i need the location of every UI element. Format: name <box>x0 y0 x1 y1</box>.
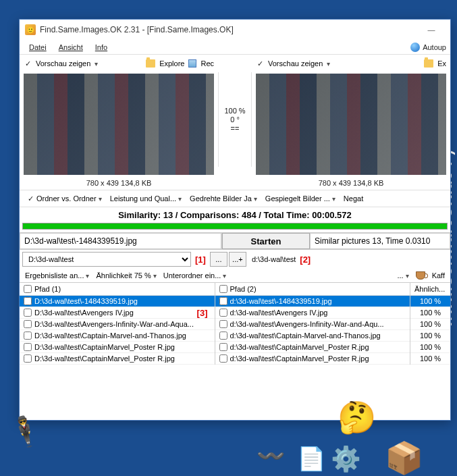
coffee-button[interactable]: Kaff <box>432 271 445 280</box>
check-icon <box>24 59 32 68</box>
path-row: Starten <box>20 232 450 250</box>
globe-icon <box>410 43 420 52</box>
menu-datei[interactable]: Datei <box>24 42 52 53</box>
col-header-path1[interactable]: Pfad (1) <box>20 283 215 296</box>
table-row[interactable]: 100 % <box>410 342 450 353</box>
folder-row: D:\3d-wal\test [1] ... ...+ d:\3d-wal\te… <box>20 250 450 269</box>
results-col-left: Pfad (1) D:\3d-wal\test\-1484339519.jpgD… <box>20 283 215 365</box>
row-checkbox[interactable] <box>24 354 32 363</box>
table-row[interactable]: 100 % <box>410 307 450 319</box>
autoupdate-label: Autoup <box>423 43 446 51</box>
results-col-right: Pfad (2) d:\3d-wal\test\-1484339519.jpgd… <box>215 283 410 365</box>
row-text: D:\3d-wal\test\CaptainMarvel_Poster R.jp… <box>34 343 175 351</box>
table-row[interactable]: d:\3d-wal\test\Avengers-Infinity-War-and… <box>215 319 410 330</box>
show-preview-toggle[interactable]: Vorschau zeigen <box>268 59 323 68</box>
table-row[interactable]: 100 % <box>410 353 450 365</box>
table-row[interactable]: D:\3d-wal\test\Avengers IV.jpg[3] <box>20 307 215 319</box>
explore-button[interactable]: Ex <box>437 59 446 68</box>
preview-image-right <box>256 74 446 175</box>
row-checkbox[interactable] <box>219 332 227 340</box>
check-icon <box>256 59 264 68</box>
recycle-button[interactable]: Rec <box>200 59 214 68</box>
menu-ansicht[interactable]: Ansicht <box>53 42 88 53</box>
menu-info[interactable]: Info <box>90 42 113 53</box>
chevron-down-icon[interactable]: ▾ <box>95 60 98 68</box>
row-text: d:\3d-wal\test\-1484339519.jpg <box>230 297 332 305</box>
row-checkbox[interactable] <box>24 343 32 351</box>
start-button[interactable]: Starten <box>222 233 310 249</box>
left-folder-select[interactable]: D:\3d-wal\test <box>22 252 191 267</box>
status-text-input[interactable] <box>310 233 450 249</box>
compare-rotation: 0 ° <box>230 115 240 124</box>
row-checkbox[interactable] <box>219 297 227 305</box>
table-row[interactable]: D:\3d-wal\test\Captain-Marvel-and-Thanos… <box>20 330 215 342</box>
compare-badge: 100 % 0 ° == <box>218 72 252 167</box>
preview-row: Vorschau zeigen ▾ Explore Rec 780 x 439 … <box>20 55 450 190</box>
row-text: 100 % <box>420 354 441 363</box>
row-text: D:\3d-wal\test\Captain-Marvel-and-Thanos… <box>34 332 186 340</box>
select-all-left[interactable] <box>24 285 32 293</box>
col-header-sim[interactable]: Ähnlich... <box>410 283 450 296</box>
row-text: 100 % <box>420 320 441 328</box>
preview-image-left <box>24 74 214 175</box>
table-row[interactable]: D:\3d-wal\test\Avengers-Infinity-War-and… <box>20 319 215 330</box>
option-performance[interactable]: Leistung und Qual...▾ <box>107 193 184 204</box>
table-row[interactable]: D:\3d-wal\test\CaptainMarvel_Poster R.jp… <box>20 342 215 353</box>
row-text: 100 % <box>420 343 441 351</box>
autoupdate-button[interactable]: Autoup <box>410 43 446 52</box>
row-checkbox[interactable] <box>24 309 32 317</box>
preview-meta-right: 780 x 439 134,8 KB <box>252 176 450 190</box>
compare-equal: == <box>231 124 240 132</box>
table-row[interactable]: D:\3d-wal\test\CaptainMarvel_Poster R.jp… <box>20 353 215 365</box>
explore-button[interactable]: Explore <box>159 59 184 68</box>
row-checkbox[interactable] <box>219 320 227 328</box>
minimize-button[interactable]: — <box>418 22 445 38</box>
browse-button[interactable]: ... <box>210 252 227 267</box>
status-bar: Similarity: 13 / Comparisons: 484 / Tota… <box>20 207 450 223</box>
current-file-input[interactable] <box>20 233 221 249</box>
option-mirrored[interactable]: Gespiegelt Bilder ...▾ <box>263 193 338 204</box>
table-row[interactable]: d:\3d-wal\test\CaptainMarvel_Poster R.jp… <box>215 353 410 365</box>
add-folder-button[interactable]: ...+ <box>229 252 246 267</box>
show-preview-toggle[interactable]: Vorschau zeigen <box>36 59 90 68</box>
table-row[interactable]: d:\3d-wal\test\Captain-Marvel-and-Thanos… <box>215 330 410 342</box>
row-checkbox[interactable] <box>219 354 227 363</box>
row-checkbox[interactable] <box>24 320 32 328</box>
row-text: D:\3d-wal\test\Avengers-Infinity-War-and… <box>34 320 194 328</box>
row-text: D:\3d-wal\test\-1484339519.jpg <box>34 297 138 305</box>
table-row[interactable]: 100 % <box>410 296 450 307</box>
app-window: 🙂 Find.Same.Images.OK 2.31 - [Find.Same.… <box>19 19 451 421</box>
table-row[interactable]: 100 % <box>410 330 450 342</box>
table-row[interactable]: d:\3d-wal\test\CaptainMarvel_Poster R.jp… <box>215 342 410 353</box>
row-checkbox[interactable] <box>24 332 32 340</box>
recycle-icon <box>188 59 196 68</box>
row-checkbox[interactable] <box>219 343 227 351</box>
right-folder-text: d:\3d-wal\test <box>248 255 296 263</box>
row-checkbox[interactable] <box>219 309 227 317</box>
row-checkbox[interactable] <box>24 297 32 305</box>
table-row[interactable]: d:\3d-wal\test\-1484339519.jpg <box>215 296 410 307</box>
filter-results[interactable]: Ergebnisliste an...▾ <box>25 271 89 280</box>
preview-pane-left: Vorschau zeigen ▾ Explore Rec 780 x 439 … <box>20 55 218 190</box>
row-text: D:\3d-wal\test\CaptainMarvel_Poster R.jp… <box>34 354 175 363</box>
col-header-path2[interactable]: Pfad (2) <box>215 283 410 296</box>
chevron-down-icon[interactable]: ▾ <box>327 60 330 68</box>
option-negative[interactable]: Negat <box>341 193 366 204</box>
folder-icon <box>424 59 433 68</box>
row-text: 100 % <box>420 297 441 305</box>
row-text: D:\3d-wal\test\Avengers IV.jpg <box>34 309 134 317</box>
row-text: d:\3d-wal\test\Captain-Marvel-and-Thanos… <box>230 332 381 340</box>
select-all-right[interactable] <box>219 285 227 293</box>
filter-similarity[interactable]: Ähnlichkeit 75 %▾ <box>96 271 156 280</box>
option-rotated[interactable]: Gedrehte Bilder Ja▾ <box>187 193 260 204</box>
row-text: d:\3d-wal\test\Avengers-Infinity-War-and… <box>230 320 384 328</box>
table-row[interactable]: D:\3d-wal\test\-1484339519.jpg <box>20 296 215 307</box>
annotation-3: [3] <box>194 308 211 318</box>
table-row[interactable]: 100 % <box>410 319 450 330</box>
folder-icon <box>146 59 155 68</box>
table-row[interactable]: d:\3d-wal\test\Avengers IV.jpg <box>215 307 410 319</box>
filter-subfolder[interactable]: Unterordner ein...▾ <box>163 271 227 280</box>
filter-more[interactable]: ...▾ <box>397 271 408 280</box>
option-folder-vs-folder[interactable]: Ordner vs. Ordner▾ <box>24 193 105 204</box>
menubar: Datei Ansicht Info Autoup <box>20 40 450 55</box>
